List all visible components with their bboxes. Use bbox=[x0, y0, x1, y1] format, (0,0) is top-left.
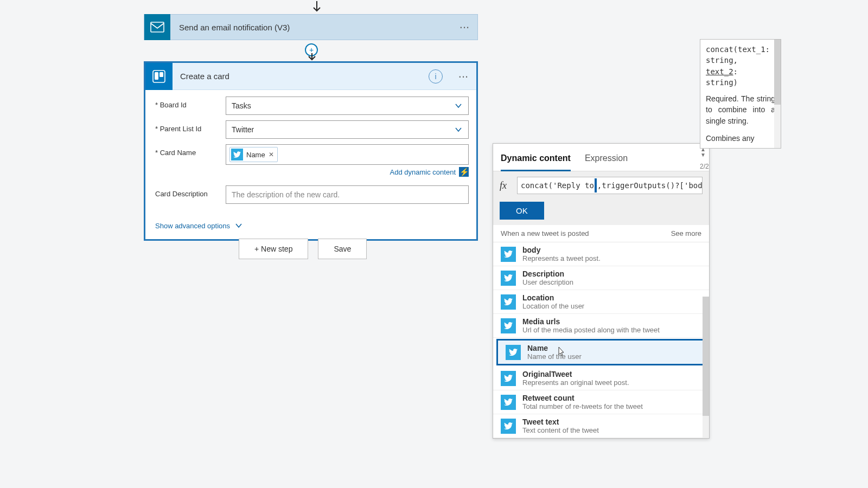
parent-list-id-select[interactable]: Twitter bbox=[226, 120, 469, 139]
dc-item-tweet-text[interactable]: Tweet textText content of the tweet bbox=[493, 414, 709, 438]
board-id-value: Tasks bbox=[232, 101, 251, 110]
dc-item-title: Tweet text bbox=[522, 418, 599, 426]
twitter-icon bbox=[501, 294, 516, 310]
dc-item-desc: Location of the user bbox=[522, 302, 584, 310]
see-more-link[interactable]: See more bbox=[671, 229, 701, 237]
show-advanced-toggle[interactable]: Show advanced options bbox=[155, 221, 243, 230]
dc-item-title: Location bbox=[522, 293, 584, 302]
dc-item-desc: Name of the user bbox=[527, 352, 582, 361]
card-description-input[interactable]: The description of the new card. bbox=[226, 185, 469, 204]
token-name[interactable]: Name ✕ bbox=[229, 147, 278, 162]
dc-item-title: Name bbox=[527, 344, 582, 352]
flow-arrow bbox=[307, 53, 317, 62]
twitter-icon bbox=[501, 419, 516, 434]
chevron-down-icon bbox=[234, 221, 243, 230]
card-name-input[interactable]: Name ✕ bbox=[226, 144, 469, 165]
dc-section-title: When a new tweet is posted bbox=[501, 229, 589, 237]
chevron-down-icon bbox=[454, 125, 463, 134]
dc-item-desc: Url of the media posted along with the t… bbox=[522, 326, 660, 334]
dc-item-name[interactable]: NameName of the user bbox=[496, 339, 706, 365]
scrollbar-thumb[interactable] bbox=[703, 297, 709, 416]
board-id-label: * Board Id bbox=[155, 97, 226, 109]
new-step-button[interactable]: + New step bbox=[239, 239, 308, 259]
svg-rect-3 bbox=[159, 72, 163, 77]
add-dynamic-content-link[interactable]: Add dynamic content bbox=[390, 168, 456, 176]
twitter-icon bbox=[501, 318, 516, 333]
function-tooltip: concat(text_1: string, text_2: string) R… bbox=[700, 39, 781, 149]
svg-rect-0 bbox=[151, 22, 164, 32]
parent-list-id-value: Twitter bbox=[232, 125, 254, 134]
email-step-title: Send an email notification (V3) bbox=[177, 23, 451, 32]
dc-item-desc: Text content of the tweet bbox=[522, 426, 599, 434]
svg-rect-2 bbox=[155, 72, 158, 80]
twitter-icon bbox=[501, 271, 516, 286]
token-label: Name bbox=[246, 151, 265, 159]
email-step-card[interactable]: Send an email notification (V3) ··· bbox=[144, 14, 478, 40]
dc-item-title: body bbox=[522, 246, 601, 254]
save-button[interactable]: Save bbox=[318, 239, 367, 259]
card-name-label: * Card Name bbox=[155, 144, 226, 157]
twitter-icon bbox=[501, 371, 516, 386]
dc-item-desc: Represents an original tweet post. bbox=[522, 378, 629, 387]
fx-icon: fx bbox=[500, 180, 512, 191]
create-card-step: Create a card i ··· * Board Id Tasks * P… bbox=[144, 61, 478, 241]
twitter-icon bbox=[501, 247, 516, 262]
create-card-header[interactable]: Create a card i ··· bbox=[145, 63, 476, 90]
tab-dynamic-content[interactable]: Dynamic content bbox=[501, 148, 571, 171]
twitter-icon bbox=[231, 149, 243, 160]
scrollbar[interactable] bbox=[703, 297, 709, 438]
dc-item-title: OriginalTweet bbox=[522, 370, 629, 378]
card-description-label: Card Description bbox=[155, 185, 226, 198]
dc-item-retweet-count[interactable]: Retweet countTotal number of re-tweets f… bbox=[493, 390, 709, 414]
dc-item-originaltweet[interactable]: OriginalTweetRepresents an original twee… bbox=[493, 367, 709, 390]
flow-arrow bbox=[311, 0, 322, 14]
chevron-down-icon bbox=[454, 101, 463, 110]
expression-input[interactable]: concat('Reply to ,triggerOutputs()?['bod bbox=[517, 177, 703, 194]
dc-item-desc: User description bbox=[522, 278, 573, 286]
dc-item-desc: Represents a tweet post. bbox=[522, 254, 601, 262]
tooltip-scrollbar[interactable] bbox=[774, 40, 781, 148]
dc-item-body[interactable]: bodyRepresents a tweet post. bbox=[493, 242, 709, 266]
create-card-title: Create a card bbox=[173, 72, 429, 81]
board-id-select[interactable]: Tasks bbox=[226, 97, 469, 115]
dc-item-description[interactable]: DescriptionUser description bbox=[493, 266, 709, 290]
email-step-menu-button[interactable]: ··· bbox=[451, 20, 477, 34]
twitter-icon bbox=[506, 345, 521, 360]
dc-item-title: Media urls bbox=[522, 317, 660, 326]
twitter-icon bbox=[501, 395, 516, 410]
dynamic-content-list[interactable]: bodyRepresents a tweet post.DescriptionU… bbox=[493, 242, 709, 438]
mail-icon bbox=[144, 14, 170, 40]
dc-item-desc: Total number of re-tweets for the tweet bbox=[522, 402, 643, 410]
dc-item-title: Retweet count bbox=[522, 394, 643, 402]
tab-expression[interactable]: Expression bbox=[585, 148, 628, 171]
token-remove-button[interactable]: ✕ bbox=[269, 151, 274, 158]
info-icon[interactable]: i bbox=[429, 69, 443, 84]
parent-list-id-label: * Parent List Id bbox=[155, 120, 226, 133]
trello-icon bbox=[145, 63, 173, 90]
add-dynamic-content-button[interactable]: ⚡ bbox=[459, 167, 469, 177]
create-card-menu-button[interactable]: ··· bbox=[450, 69, 476, 84]
expression-caret bbox=[595, 178, 597, 192]
card-description-placeholder: The description of the new card. bbox=[232, 190, 340, 199]
dynamic-content-popover: Dynamic content Expression ▲▼ fx concat(… bbox=[493, 143, 710, 439]
dc-item-title: Description bbox=[522, 269, 573, 278]
dc-item-location[interactable]: LocationLocation of the user bbox=[493, 290, 709, 314]
dc-item-media-urls[interactable]: Media urlsUrl of the media posted along … bbox=[493, 314, 709, 338]
ok-button[interactable]: OK bbox=[500, 202, 544, 220]
tooltip-page-indicator: 2/2 bbox=[700, 163, 709, 170]
